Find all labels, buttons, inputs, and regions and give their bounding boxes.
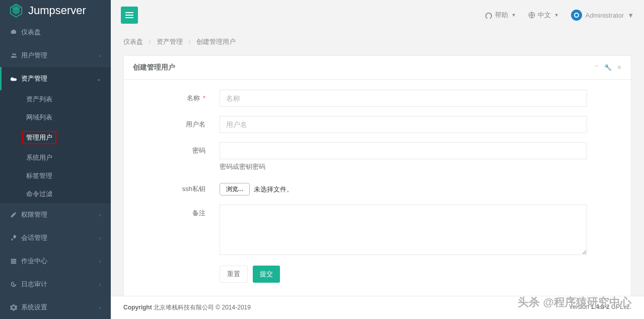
edit-icon bbox=[10, 211, 17, 218]
nav-label: 仪表盘 bbox=[21, 28, 41, 37]
nav-sub-asset-list[interactable]: 资产列表 bbox=[0, 90, 111, 108]
chevron-left-icon: ‹ bbox=[99, 259, 101, 264]
breadcrumb: 仪表盘 / 资产管理 / 创建管理用户 bbox=[111, 30, 644, 55]
sshkey-label: ssh私钥 bbox=[134, 180, 220, 194]
comment-label: 备注 bbox=[134, 205, 220, 218]
nav-sub-system-user[interactable]: 系统用户 bbox=[0, 149, 111, 167]
cloud-icon bbox=[10, 75, 17, 82]
password-help: 密码或密钥密码 bbox=[220, 162, 587, 171]
caret-down-icon: ▼ bbox=[554, 13, 559, 18]
password-input[interactable] bbox=[220, 142, 587, 159]
support-icon bbox=[485, 12, 492, 19]
chevron-left-icon: ‹ bbox=[99, 282, 101, 287]
users-icon bbox=[10, 52, 17, 59]
chevron-left-icon: ‹ bbox=[99, 305, 101, 310]
panel-title: 创建管理用户 bbox=[133, 63, 175, 72]
nav-jobs[interactable]: 作业中心 ‹ bbox=[0, 249, 111, 273]
nav: 仪表盘 用户管理 ‹ 资产管理 ⌄ 资产列表 网域列表 管理用户 系统用户 标签… bbox=[0, 21, 111, 319]
username-label: 用户名 bbox=[134, 116, 220, 129]
collapse-icon[interactable]: ⌃ bbox=[594, 64, 599, 71]
password-label: 密码 bbox=[134, 142, 220, 155]
nav-label: 作业中心 bbox=[21, 257, 47, 266]
nav-label: 会话管理 bbox=[21, 233, 47, 242]
nav-label: 资产管理 bbox=[21, 74, 47, 83]
menu-toggle-button[interactable] bbox=[121, 7, 138, 24]
logo[interactable]: Jumpserver bbox=[0, 0, 111, 21]
file-status: 未选择文件。 bbox=[254, 185, 293, 194]
nav-assets-sub: 资产列表 网域列表 管理用户 系统用户 标签管理 命令过滤 bbox=[0, 90, 111, 203]
close-icon[interactable]: ✕ bbox=[617, 64, 622, 71]
caret-down-icon: ▼ bbox=[627, 12, 634, 19]
nav-sub-cmd-filter[interactable]: 命令过滤 bbox=[0, 185, 111, 203]
chevron-down-icon: ⌄ bbox=[97, 76, 101, 82]
dashboard-icon bbox=[10, 29, 17, 36]
nav-sub-admin-user[interactable]: 管理用户 bbox=[0, 126, 111, 149]
gear-icon bbox=[10, 304, 17, 311]
nav-perms[interactable]: 权限管理 ‹ bbox=[0, 203, 111, 226]
nav-label: 系统设置 bbox=[21, 303, 47, 312]
breadcrumb-item[interactable]: 仪表盘 bbox=[123, 38, 143, 45]
globe-icon bbox=[528, 12, 535, 19]
nav-assets[interactable]: 资产管理 ⌄ bbox=[0, 67, 111, 90]
main: 帮助 ▼ 中文 ▼ Administrator ▼ 仪表盘 / 资产管理 / bbox=[111, 0, 644, 319]
rocket-icon bbox=[10, 234, 17, 241]
logo-icon bbox=[8, 3, 24, 19]
name-label: 名称 * bbox=[134, 90, 220, 103]
nav-dashboard[interactable]: 仪表盘 bbox=[0, 21, 111, 44]
nav-label: 权限管理 bbox=[21, 210, 47, 219]
caret-down-icon: ▼ bbox=[512, 13, 516, 18]
nav-audit[interactable]: 日志审计 ‹ bbox=[0, 273, 111, 296]
chevron-left-icon: ‹ bbox=[99, 212, 101, 218]
nav-label: 用户管理 bbox=[21, 51, 47, 60]
user-menu[interactable]: Administrator ▼ bbox=[571, 10, 634, 21]
topbar: 帮助 ▼ 中文 ▼ Administrator ▼ bbox=[111, 0, 644, 30]
name-input[interactable] bbox=[220, 90, 587, 107]
help-link[interactable]: 帮助 ▼ bbox=[485, 11, 516, 20]
browse-button[interactable]: 浏览... bbox=[220, 183, 250, 196]
logo-text: Jumpserver bbox=[28, 4, 86, 17]
chevron-left-icon: ‹ bbox=[99, 235, 101, 241]
nav-sub-domain-list[interactable]: 网域列表 bbox=[0, 108, 111, 126]
breadcrumb-item: 创建管理用户 bbox=[196, 38, 236, 45]
nav-sub-label-mgmt[interactable]: 标签管理 bbox=[0, 167, 111, 185]
breadcrumb-item[interactable]: 资产管理 bbox=[157, 38, 183, 45]
nav-sessions[interactable]: 会话管理 ‹ bbox=[0, 226, 111, 249]
submit-button[interactable]: 提交 bbox=[253, 266, 280, 283]
nav-users[interactable]: 用户管理 ‹ bbox=[0, 44, 111, 67]
history-icon bbox=[10, 281, 17, 288]
chevron-left-icon: ‹ bbox=[99, 53, 101, 58]
hamburger-icon bbox=[125, 15, 133, 16]
language-link[interactable]: 中文 ▼ bbox=[528, 11, 559, 20]
nav-label: 日志审计 bbox=[21, 280, 47, 289]
sidebar: Jumpserver 仪表盘 用户管理 ‹ 资产管理 ⌄ 资产列表 网域列表 管… bbox=[0, 0, 111, 319]
form-panel: 创建管理用户 ⌃ 🔧 ✕ 名称 * 用户名 bbox=[123, 55, 631, 296]
reset-button[interactable]: 重置 bbox=[220, 266, 248, 283]
wrench-icon[interactable]: 🔧 bbox=[604, 64, 612, 71]
nav-settings[interactable]: 系统设置 ‹ bbox=[0, 296, 111, 319]
footer: Copyright 北京堆栈科技有限公司 © 2014-2019 Version… bbox=[111, 296, 644, 319]
stack-icon bbox=[10, 258, 17, 265]
comment-textarea[interactable] bbox=[220, 205, 587, 255]
username-input[interactable] bbox=[220, 116, 587, 133]
avatar-icon bbox=[571, 10, 582, 21]
